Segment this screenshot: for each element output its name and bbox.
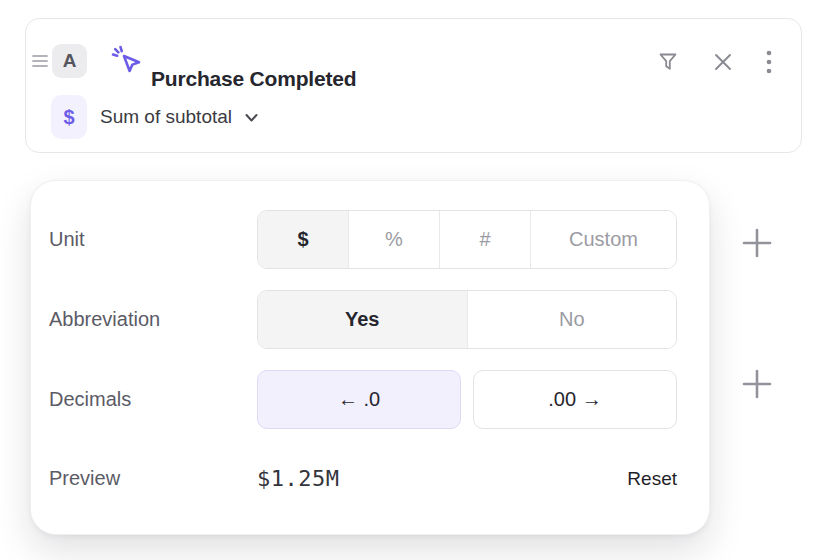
more-menu-icon[interactable] [765,49,773,75]
abbreviation-option-yes[interactable]: Yes [258,291,468,348]
unit-segmented-control: $ % # Custom [257,210,677,269]
increase-decimals-button[interactable]: .00 → [473,370,677,429]
add-button-bottom[interactable] [740,367,774,401]
canvas: A Purchase Completed [0,0,826,560]
chevron-down-icon [243,109,260,126]
reset-button[interactable]: Reset [627,468,677,490]
decimals-row: Decimals ← .0 .00 → [49,370,677,429]
preview-row: Preview $1.25M Reset [49,449,677,508]
decimals-row-label: Decimals [49,388,257,411]
unit-option-percent[interactable]: % [349,211,440,268]
event-title[interactable]: Purchase Completed [151,67,356,91]
metric-unit-icon: $ [51,95,87,139]
abbreviation-row-label: Abbreviation [49,308,257,331]
abbreviation-option-no[interactable]: No [468,291,677,348]
add-button-top[interactable] [740,226,774,260]
metric-selector[interactable]: Sum of subtotal [100,106,260,128]
unit-option-number[interactable]: # [440,211,531,268]
event-position-badge: A [52,44,87,78]
decrease-decimals-button[interactable]: ← .0 [257,370,461,429]
unit-option-custom[interactable]: Custom [531,211,676,268]
unit-row-label: Unit [49,228,257,251]
preview-value: $1.25M [257,466,339,491]
abbreviation-row: Abbreviation Yes No [49,290,677,349]
number-format-panel: Unit $ % # Custom Abbreviation Yes No De… [30,180,710,535]
drag-handle-icon[interactable] [30,52,50,70]
decimals-controls: ← .0 .00 → [257,370,677,429]
metric-label: Sum of subtotal [100,106,232,128]
unit-row: Unit $ % # Custom [49,210,677,269]
event-card-actions [655,49,773,75]
event-card: A Purchase Completed [25,18,802,153]
click-event-icon [110,44,144,78]
close-icon[interactable] [711,50,735,74]
preview-row-label: Preview [49,467,257,490]
filter-icon[interactable] [655,49,681,75]
abbreviation-segmented-control: Yes No [257,290,677,349]
unit-option-dollar[interactable]: $ [258,211,349,268]
